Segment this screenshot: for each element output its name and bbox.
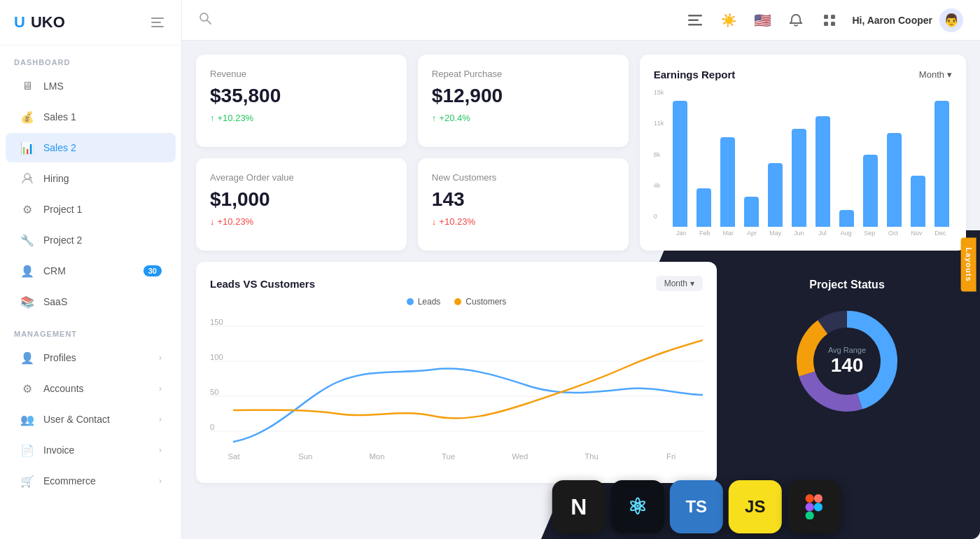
figma-icon (788, 480, 841, 533)
avg-order-change: ↓ +10.23% (210, 216, 393, 227)
bar (816, 116, 830, 227)
menu-icon[interactable] (684, 9, 706, 31)
y-axis: 15k 11k 8k 4k 0 (654, 89, 667, 237)
svg-text:50: 50 (210, 388, 219, 396)
sidebar-item-sales2[interactable]: 📊 Sales 2 (6, 133, 176, 162)
bar (744, 197, 759, 227)
sidebar-item-user-contact[interactable]: 👥 User & Contact › (6, 405, 176, 434)
bar-col (741, 101, 762, 227)
layouts-tab[interactable]: Layouts (960, 238, 976, 292)
bar (839, 210, 854, 227)
avg-value: 140 (828, 354, 866, 377)
logo-text: UKO (31, 13, 65, 31)
sidebar-item-project2[interactable]: 🔧 Project 2 (6, 225, 176, 255)
notification-icon[interactable] (785, 9, 807, 31)
apps-icon[interactable] (818, 9, 841, 31)
repeat-value: $12,900 (432, 85, 615, 107)
user-greeting: Hi, Aaron Cooper (852, 15, 932, 26)
topbar: ☀️ 🇺🇸 Hi, Aaron Cooper 👨 (182, 0, 980, 41)
bar-x-label: Mar (717, 230, 741, 237)
ecommerce-icon: 🛒 (20, 473, 35, 489)
leads-chart: 150 100 50 0 Sat Sun Mon Tue Wed (210, 312, 703, 469)
svg-rect-9 (688, 24, 702, 26)
bar-col (669, 101, 690, 227)
sidebar-item-hiring[interactable]: Hiring (6, 164, 176, 193)
search-icon (199, 12, 211, 28)
leads-title: Leads VS Customers (210, 278, 315, 290)
bar-col (717, 101, 738, 227)
sidebar-item-crm[interactable]: 👤 CRM 30 (6, 256, 176, 286)
svg-rect-2 (151, 26, 164, 27)
svg-text:Wed: Wed (512, 453, 528, 461)
user-menu[interactable]: Hi, Aaron Cooper 👨 (852, 8, 963, 32)
svg-rect-12 (824, 22, 828, 26)
chevron-right-icon: › (159, 445, 162, 455)
bar-col (883, 101, 904, 227)
bar (792, 129, 806, 227)
collapse-sidebar-button[interactable] (148, 13, 167, 32)
svg-text:100: 100 (210, 354, 223, 361)
leads-card: Leads VS Customers Month ▾ Leads Custome… (196, 262, 717, 483)
sidebar-item-saas[interactable]: 📚 SaaS (6, 287, 176, 316)
svg-text:0: 0 (210, 424, 214, 431)
sidebar-item-invoice[interactable]: 📄 Invoice › (6, 435, 176, 465)
profiles-icon: 👤 (20, 350, 35, 365)
sidebar-item-profiles[interactable]: 👤 Profiles › (6, 343, 176, 372)
crm-badge: 30 (144, 265, 162, 276)
svg-rect-11 (831, 15, 835, 19)
up-arrow-icon: ↑ (432, 113, 437, 123)
language-icon[interactable]: 🇺🇸 (751, 9, 774, 31)
topbar-icons: ☀️ 🇺🇸 Hi, Aaron Cooper 👨 (684, 8, 963, 32)
sidebar-item-label: Ecommerce (43, 475, 96, 486)
bar-x-label: Apr (740, 230, 764, 237)
bar-x-label: Jul (811, 230, 834, 237)
svg-rect-34 (814, 494, 822, 503)
javascript-icon: JS (729, 480, 782, 533)
svg-text:150: 150 (210, 318, 223, 326)
svg-line-6 (207, 20, 211, 24)
sidebar-item-ecommerce[interactable]: 🛒 Ecommerce › (6, 466, 176, 496)
react-icon: ⚛ (611, 480, 664, 533)
leads-period-btn[interactable]: Month ▾ (656, 276, 703, 291)
tech-icons-strip: N ⚛ TS JS (552, 480, 841, 533)
sidebar-logo: U UKO (0, 0, 181, 46)
project2-icon: 🔧 (20, 232, 35, 248)
content-area: Revenue $35,800 ↑ +10.23% Average Order … (182, 41, 980, 539)
management-section-label: MANAGEMENT (0, 317, 181, 342)
avg-order-value: $1,000 (210, 188, 393, 211)
svg-text:Sun: Sun (298, 453, 312, 461)
stats-and-earnings: Revenue $35,800 ↑ +10.23% Average Order … (196, 55, 966, 251)
earnings-period-select[interactable]: Month ▾ (919, 69, 952, 80)
bar-col (788, 101, 809, 227)
new-customers-label: New Customers (432, 172, 615, 183)
avg-order-card: Average Order value $1,000 ↓ +10.23% (196, 158, 407, 251)
bar-col (764, 101, 785, 227)
svg-text:Fri: Fri (666, 453, 676, 461)
avg-order-label: Average Order value (210, 172, 393, 183)
new-customers-card: New Customers 143 ↓ +10.23% (418, 158, 629, 251)
chevron-right-icon: › (159, 414, 162, 424)
theme-toggle-icon[interactable]: ☀️ (718, 9, 740, 31)
bar-col (907, 101, 928, 227)
repeat-label: Repeat Purchase (432, 69, 615, 79)
svg-point-37 (814, 503, 822, 511)
svg-rect-8 (688, 19, 699, 21)
sidebar-item-accounts[interactable]: ⚙ Accounts › (6, 374, 176, 403)
donut-chart: Avg Range 140 (791, 305, 903, 417)
bar-x-label: Oct (881, 230, 905, 237)
logo: U UKO (14, 13, 65, 31)
up-arrow-icon: ↑ (210, 113, 215, 123)
sidebar-item-label: User & Contact (43, 414, 110, 425)
bar (887, 133, 902, 227)
sidebar-item-label: SaaS (43, 296, 67, 307)
svg-rect-33 (806, 494, 814, 503)
bar-col (812, 101, 833, 227)
project-title: Project Status (809, 279, 885, 291)
invoice-icon: 📄 (20, 442, 35, 458)
sidebar-item-sales1[interactable]: 💰 Sales 1 (6, 102, 176, 132)
bar-x-label: Feb (693, 230, 717, 237)
sidebar-item-project1[interactable]: ⚙ Project 1 (6, 195, 176, 224)
bar-x-labels: JanFebMarAprMayJunJulAugSepOctNovDec (669, 227, 952, 237)
sidebar-item-lms[interactable]: 🖥 LMS (6, 71, 176, 101)
nextjs-icon: N (552, 480, 606, 533)
